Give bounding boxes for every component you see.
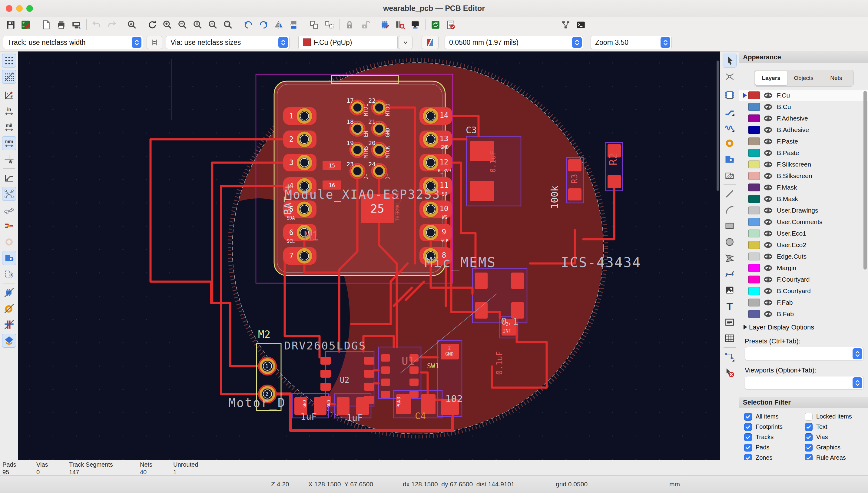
place-footprint-tool-button[interactable] bbox=[723, 88, 737, 102]
inactive-layer-dim-mode-button[interactable] bbox=[2, 334, 16, 348]
mirror-vertical-button[interactable] bbox=[286, 18, 301, 31]
zoom-fit-objects-button[interactable] bbox=[205, 18, 220, 31]
checkbox-checked[interactable] bbox=[805, 433, 812, 441]
route-tracks-tool-button[interactable] bbox=[723, 104, 737, 118]
layer-color-swatch[interactable] bbox=[748, 276, 760, 283]
bezier-tool-button[interactable] bbox=[723, 267, 737, 281]
layer-row-margin[interactable]: Margin bbox=[739, 262, 868, 274]
circle-tool-button[interactable] bbox=[723, 235, 737, 249]
zoom-fit-page-button[interactable] bbox=[190, 18, 205, 31]
outline-vias-button[interactable] bbox=[2, 302, 16, 316]
filter-item-locked-items[interactable]: Locked items bbox=[805, 412, 868, 421]
zoom-in-button[interactable] bbox=[160, 18, 175, 31]
track-width-select[interactable]: Track: use netclass width bbox=[3, 36, 143, 49]
grid-overrides-button[interactable] bbox=[2, 70, 16, 84]
visibility-eye-icon[interactable] bbox=[763, 126, 774, 133]
tab-layers[interactable]: Layers bbox=[755, 71, 787, 85]
crosshair-cursor-button[interactable] bbox=[2, 152, 16, 166]
layer-color-swatch[interactable] bbox=[748, 207, 760, 214]
rule-area-tool-button[interactable] bbox=[723, 168, 737, 182]
layer-row-b-adhesive[interactable]: B.Adhesive bbox=[739, 124, 868, 136]
update-pcb-button[interactable] bbox=[428, 18, 443, 31]
pcb-canvas[interactable]: 151612345SDA6SCL71413GND12R_3V311SD10WS9… bbox=[18, 51, 720, 460]
visibility-eye-icon[interactable] bbox=[763, 230, 774, 237]
layer-row-f-adhesive[interactable]: F.Adhesive bbox=[739, 113, 868, 124]
layer-color-swatch[interactable] bbox=[748, 172, 760, 180]
layer-color-swatch[interactable] bbox=[748, 114, 760, 122]
layer-list-scrollbar[interactable] bbox=[864, 91, 867, 270]
find-button[interactable]: A bbox=[125, 18, 139, 31]
checkbox-unchecked[interactable] bbox=[805, 413, 812, 421]
layer-row-b-fab[interactable]: B.Fab bbox=[739, 308, 868, 320]
drc-button[interactable] bbox=[443, 18, 458, 31]
layer-row-user-drawings[interactable]: User.Drawings bbox=[739, 205, 868, 216]
redo-button[interactable] bbox=[104, 18, 119, 31]
layer-color-swatch[interactable] bbox=[748, 91, 760, 99]
visibility-eye-icon[interactable] bbox=[763, 299, 774, 306]
refresh-button[interactable] bbox=[145, 18, 160, 31]
visibility-eye-icon[interactable] bbox=[763, 172, 774, 179]
layer-color-swatch[interactable] bbox=[748, 126, 760, 134]
layer-row-f-cu[interactable]: F.Cu bbox=[739, 90, 868, 101]
layer-row-b-mask[interactable]: B.Mask bbox=[739, 193, 868, 205]
canvas-scrollbar[interactable] bbox=[717, 61, 719, 191]
tracks-fill-mode-button[interactable] bbox=[2, 219, 16, 233]
lock-button[interactable] bbox=[342, 18, 357, 31]
layer-row-f-fab[interactable]: F.Fab bbox=[739, 297, 868, 308]
layer-color-swatch[interactable] bbox=[748, 218, 760, 226]
zoom-out-button[interactable] bbox=[175, 18, 190, 31]
layer-color-swatch[interactable] bbox=[748, 103, 760, 111]
layer-color-swatch[interactable] bbox=[748, 241, 760, 249]
checkbox-checked[interactable] bbox=[805, 423, 812, 431]
text-tool-button[interactable]: T bbox=[723, 299, 737, 313]
zoom-select[interactable]: Zoom 3.50 bbox=[591, 36, 672, 49]
flip-horizontal-button[interactable] bbox=[271, 18, 286, 31]
unlock-button[interactable] bbox=[357, 18, 372, 31]
layer-color-swatch[interactable] bbox=[748, 264, 760, 272]
save-button[interactable] bbox=[3, 18, 18, 31]
layer-row-user-comments[interactable]: User.Comments bbox=[739, 216, 868, 228]
ungroup-button[interactable] bbox=[322, 18, 337, 31]
rotate-cw-button[interactable] bbox=[256, 18, 271, 31]
presets-select[interactable] bbox=[745, 347, 864, 360]
filter-item-footprints[interactable]: Footprints bbox=[744, 423, 805, 431]
visibility-eye-icon[interactable] bbox=[763, 264, 774, 272]
visibility-eye-icon[interactable] bbox=[763, 310, 774, 318]
layer-row-b-paste[interactable]: B.Paste bbox=[739, 147, 868, 159]
zoom-selection-button[interactable] bbox=[220, 18, 236, 31]
visibility-eye-icon[interactable] bbox=[763, 115, 774, 122]
checkbox-checked[interactable] bbox=[744, 423, 752, 431]
visibility-eye-icon[interactable] bbox=[763, 138, 774, 145]
layer-color-swatch[interactable] bbox=[748, 149, 760, 157]
undo-button[interactable] bbox=[89, 18, 104, 31]
3d-viewer-button[interactable] bbox=[408, 18, 423, 31]
visibility-eye-icon[interactable] bbox=[763, 241, 774, 249]
via-size-select[interactable]: Via: use netclass sizes bbox=[166, 36, 289, 49]
units-mm-button[interactable]: mm bbox=[2, 136, 16, 150]
filled-zone-tool-button[interactable] bbox=[723, 152, 737, 166]
polar-coordinates-button[interactable]: rθ bbox=[2, 88, 16, 102]
viewports-select[interactable] bbox=[745, 376, 864, 389]
checkbox-checked[interactable] bbox=[744, 433, 752, 441]
filter-item-vias[interactable]: Vias bbox=[805, 433, 868, 441]
layer-color-swatch[interactable] bbox=[748, 287, 760, 295]
visibility-eye-icon[interactable] bbox=[763, 195, 774, 202]
grid-visibility-button[interactable] bbox=[2, 53, 16, 67]
layer-row-b-courtyard[interactable]: B.Courtyard bbox=[739, 285, 868, 297]
visibility-eye-icon[interactable] bbox=[763, 287, 774, 295]
checkbox-checked[interactable] bbox=[805, 444, 812, 451]
outline-tracks-button[interactable] bbox=[2, 318, 16, 331]
layer-color-swatch[interactable] bbox=[748, 253, 760, 260]
layer-row-f-mask[interactable]: F.Mask bbox=[739, 182, 868, 193]
checkbox-checked[interactable] bbox=[744, 413, 752, 421]
layer-row-edge-cuts[interactable]: Edge.Cuts bbox=[739, 251, 868, 262]
track-width-value-select[interactable]: 0.0500 mm (1.97 mils) bbox=[444, 36, 583, 49]
image-tool-button[interactable] bbox=[723, 283, 737, 297]
visibility-eye-icon[interactable] bbox=[763, 218, 774, 226]
arc-tool-button[interactable] bbox=[723, 203, 737, 217]
page-settings-button[interactable] bbox=[39, 18, 53, 31]
tab-objects[interactable]: Objects bbox=[787, 71, 820, 85]
layer-color-swatch[interactable] bbox=[748, 310, 760, 318]
show-ratsnest-button[interactable] bbox=[2, 187, 16, 201]
visibility-eye-icon[interactable] bbox=[763, 207, 774, 214]
